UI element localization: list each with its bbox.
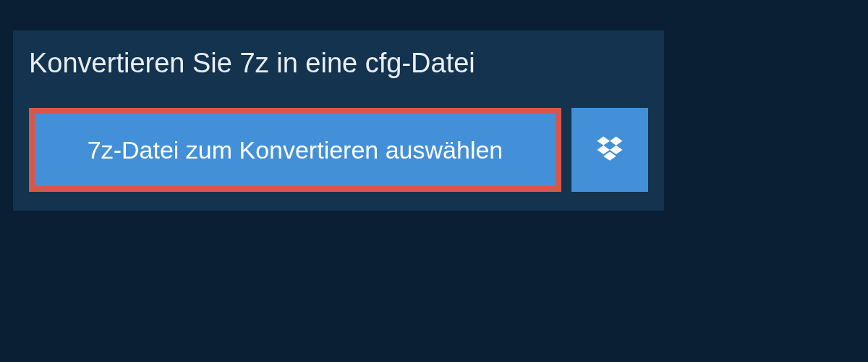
select-file-label: 7z-Datei zum Konvertieren auswählen: [88, 136, 503, 164]
title-bar: Konvertieren Sie 7z in eine cfg-Datei: [13, 30, 498, 93]
page-title: Konvertieren Sie 7z in eine cfg-Datei: [29, 48, 475, 79]
select-file-button[interactable]: 7z-Datei zum Konvertieren auswählen: [35, 114, 556, 186]
dropbox-icon: [595, 134, 625, 167]
highlight-frame: 7z-Datei zum Konvertieren auswählen: [29, 108, 561, 192]
button-row: 7z-Datei zum Konvertieren auswählen: [13, 93, 664, 211]
dropbox-button[interactable]: [571, 108, 648, 192]
converter-panel: Konvertieren Sie 7z in eine cfg-Datei 7z…: [13, 30, 664, 211]
